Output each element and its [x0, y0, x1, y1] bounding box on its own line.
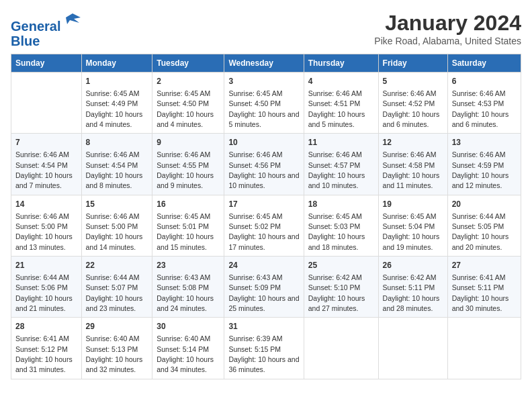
- day-number: 26: [383, 260, 443, 271]
- day-cell: 26Sunrise: 6:42 AMSunset: 5:11 PMDayligh…: [378, 257, 447, 318]
- day-cell: 11Sunrise: 6:46 AMSunset: 4:57 PMDayligh…: [304, 134, 378, 195]
- day-cell: [304, 318, 378, 379]
- day-cell: 5Sunrise: 6:46 AMSunset: 4:52 PMDaylight…: [378, 73, 447, 134]
- day-number: 27: [452, 260, 517, 271]
- day-number: 30: [157, 321, 220, 332]
- day-number: 16: [157, 199, 220, 210]
- day-number: 29: [86, 321, 148, 332]
- col-header-wednesday: Wednesday: [224, 54, 304, 73]
- day-cell: 27Sunrise: 6:41 AMSunset: 5:11 PMDayligh…: [447, 257, 521, 318]
- col-header-sunday: Sunday: [11, 54, 82, 73]
- day-cell: 16Sunrise: 6:45 AMSunset: 5:01 PMDayligh…: [152, 195, 224, 256]
- day-info: Sunrise: 6:46 AMSunset: 4:57 PMDaylight:…: [308, 150, 365, 189]
- day-cell: 22Sunrise: 6:44 AMSunset: 5:07 PMDayligh…: [81, 257, 152, 318]
- day-number: 28: [15, 321, 77, 332]
- day-info: Sunrise: 6:44 AMSunset: 5:05 PMDaylight:…: [452, 212, 509, 251]
- day-cell: 31Sunrise: 6:39 AMSunset: 5:15 PMDayligh…: [224, 318, 304, 379]
- day-info: Sunrise: 6:46 AMSunset: 4:54 PMDaylight:…: [15, 150, 73, 189]
- day-cell: [447, 318, 521, 379]
- day-cell: 6Sunrise: 6:46 AMSunset: 4:53 PMDaylight…: [447, 73, 521, 134]
- day-number: 31: [228, 321, 299, 332]
- svg-marker-0: [66, 13, 81, 24]
- day-number: 8: [86, 137, 148, 148]
- day-number: 14: [15, 199, 77, 210]
- day-info: Sunrise: 6:41 AMSunset: 5:11 PMDaylight:…: [452, 273, 509, 312]
- day-number: 22: [86, 260, 148, 271]
- day-cell: 18Sunrise: 6:45 AMSunset: 5:03 PMDayligh…: [304, 195, 378, 256]
- day-number: 25: [308, 260, 374, 271]
- day-number: 1: [86, 76, 148, 87]
- location-subtitle: Pike Road, Alabama, United States: [374, 36, 521, 46]
- logo-text: GeneralBlue: [11, 11, 82, 48]
- page-header: GeneralBlue January 2024 Pike Road, Alab…: [11, 11, 521, 48]
- day-cell: 14Sunrise: 6:46 AMSunset: 5:00 PMDayligh…: [11, 195, 82, 256]
- col-header-saturday: Saturday: [447, 54, 521, 73]
- day-info: Sunrise: 6:45 AMSunset: 5:04 PMDaylight:…: [383, 212, 440, 251]
- col-header-monday: Monday: [81, 54, 152, 73]
- week-row-1: 1Sunrise: 6:45 AMSunset: 4:49 PMDaylight…: [11, 73, 521, 134]
- day-cell: 23Sunrise: 6:43 AMSunset: 5:08 PMDayligh…: [152, 257, 224, 318]
- day-info: Sunrise: 6:46 AMSunset: 4:55 PMDaylight:…: [157, 150, 214, 189]
- day-info: Sunrise: 6:45 AMSunset: 4:49 PMDaylight:…: [86, 89, 143, 128]
- day-cell: 3Sunrise: 6:45 AMSunset: 4:50 PMDaylight…: [224, 73, 304, 134]
- day-number: 11: [308, 137, 374, 148]
- day-cell: 1Sunrise: 6:45 AMSunset: 4:49 PMDaylight…: [81, 73, 152, 134]
- col-header-friday: Friday: [378, 54, 447, 73]
- day-number: 20: [452, 199, 517, 210]
- day-cell: 19Sunrise: 6:45 AMSunset: 5:04 PMDayligh…: [378, 195, 447, 256]
- day-cell: [378, 318, 447, 379]
- day-cell: 7Sunrise: 6:46 AMSunset: 4:54 PMDaylight…: [11, 134, 82, 195]
- month-title: January 2024: [374, 11, 521, 36]
- day-info: Sunrise: 6:46 AMSunset: 4:51 PMDaylight:…: [308, 89, 365, 128]
- day-info: Sunrise: 6:46 AMSunset: 4:53 PMDaylight:…: [452, 89, 509, 128]
- day-cell: 4Sunrise: 6:46 AMSunset: 4:51 PMDaylight…: [304, 73, 378, 134]
- day-number: 21: [15, 260, 77, 271]
- day-cell: 28Sunrise: 6:41 AMSunset: 5:12 PMDayligh…: [11, 318, 82, 379]
- day-info: Sunrise: 6:40 AMSunset: 5:14 PMDaylight:…: [157, 334, 214, 373]
- day-info: Sunrise: 6:41 AMSunset: 5:12 PMDaylight:…: [15, 334, 73, 373]
- day-info: Sunrise: 6:46 AMSunset: 4:52 PMDaylight:…: [383, 89, 440, 128]
- day-cell: 24Sunrise: 6:43 AMSunset: 5:09 PMDayligh…: [224, 257, 304, 318]
- day-number: 18: [308, 199, 374, 210]
- day-number: 4: [308, 76, 374, 87]
- day-info: Sunrise: 6:40 AMSunset: 5:13 PMDaylight:…: [86, 334, 143, 373]
- day-cell: 25Sunrise: 6:42 AMSunset: 5:10 PMDayligh…: [304, 257, 378, 318]
- week-row-5: 28Sunrise: 6:41 AMSunset: 5:12 PMDayligh…: [11, 318, 521, 379]
- day-cell: 10Sunrise: 6:46 AMSunset: 4:56 PMDayligh…: [224, 134, 304, 195]
- day-number: 9: [157, 137, 220, 148]
- day-info: Sunrise: 6:44 AMSunset: 5:07 PMDaylight:…: [86, 273, 143, 312]
- day-cell: 20Sunrise: 6:44 AMSunset: 5:05 PMDayligh…: [447, 195, 521, 256]
- logo: GeneralBlue: [11, 11, 82, 48]
- day-number: 7: [15, 137, 77, 148]
- header-row: SundayMondayTuesdayWednesdayThursdayFrid…: [11, 54, 521, 73]
- day-cell: [11, 73, 82, 134]
- day-info: Sunrise: 6:42 AMSunset: 5:10 PMDaylight:…: [308, 273, 365, 312]
- day-number: 13: [452, 137, 517, 148]
- day-number: 6: [452, 76, 517, 87]
- day-cell: 30Sunrise: 6:40 AMSunset: 5:14 PMDayligh…: [152, 318, 224, 379]
- day-number: 17: [228, 199, 299, 210]
- day-info: Sunrise: 6:43 AMSunset: 5:09 PMDaylight:…: [228, 273, 299, 312]
- day-cell: 13Sunrise: 6:46 AMSunset: 4:59 PMDayligh…: [447, 134, 521, 195]
- day-number: 24: [228, 260, 299, 271]
- day-cell: 29Sunrise: 6:40 AMSunset: 5:13 PMDayligh…: [81, 318, 152, 379]
- day-info: Sunrise: 6:45 AMSunset: 5:03 PMDaylight:…: [308, 212, 365, 251]
- col-header-thursday: Thursday: [304, 54, 378, 73]
- day-info: Sunrise: 6:45 AMSunset: 5:02 PMDaylight:…: [228, 212, 299, 251]
- day-info: Sunrise: 6:46 AMSunset: 5:00 PMDaylight:…: [86, 212, 143, 251]
- title-block: January 2024 Pike Road, Alabama, United …: [374, 11, 521, 46]
- day-cell: 21Sunrise: 6:44 AMSunset: 5:06 PMDayligh…: [11, 257, 82, 318]
- week-row-4: 21Sunrise: 6:44 AMSunset: 5:06 PMDayligh…: [11, 257, 521, 318]
- day-info: Sunrise: 6:46 AMSunset: 4:54 PMDaylight:…: [86, 150, 143, 189]
- day-info: Sunrise: 6:45 AMSunset: 5:01 PMDaylight:…: [157, 212, 214, 251]
- col-header-tuesday: Tuesday: [152, 54, 224, 73]
- day-info: Sunrise: 6:45 AMSunset: 4:50 PMDaylight:…: [228, 89, 299, 128]
- day-number: 10: [228, 137, 299, 148]
- day-info: Sunrise: 6:43 AMSunset: 5:08 PMDaylight:…: [157, 273, 214, 312]
- day-cell: 15Sunrise: 6:46 AMSunset: 5:00 PMDayligh…: [81, 195, 152, 256]
- day-cell: 8Sunrise: 6:46 AMSunset: 4:54 PMDaylight…: [81, 134, 152, 195]
- day-info: Sunrise: 6:45 AMSunset: 4:50 PMDaylight:…: [157, 89, 214, 128]
- day-number: 23: [157, 260, 220, 271]
- day-cell: 2Sunrise: 6:45 AMSunset: 4:50 PMDaylight…: [152, 73, 224, 134]
- week-row-3: 14Sunrise: 6:46 AMSunset: 5:00 PMDayligh…: [11, 195, 521, 256]
